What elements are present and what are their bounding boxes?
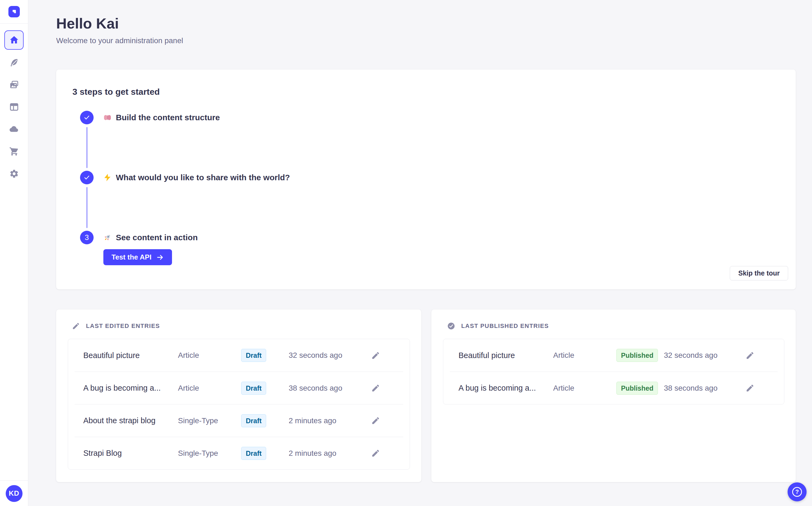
brain-emoji [103, 113, 111, 121]
last-edited-header: LAST EDITED ENTRIES [68, 322, 410, 330]
pencil-icon [72, 322, 80, 330]
table-row[interactable]: A bug is becoming a... Article Draft 38 … [75, 371, 403, 404]
status-badge: Draft [241, 349, 266, 362]
sidebar-nav-icons [9, 57, 19, 179]
entry-type: Single-Type [178, 416, 241, 425]
entry-status: Draft [241, 349, 289, 362]
question-icon: ? [792, 487, 802, 497]
step-1-label[interactable]: Build the content structure [103, 111, 220, 124]
entry-title: Beautiful picture [83, 351, 178, 360]
step-3-rail: 3 [80, 231, 94, 265]
check-icon [84, 114, 90, 121]
entry-status: Published [616, 382, 664, 395]
step-2-text: What would you like to share with the wo… [116, 173, 290, 182]
step-connector-line [87, 187, 87, 228]
test-api-button[interactable]: Test the API [103, 249, 172, 265]
check-circle-icon [447, 322, 455, 330]
sidebar-footer: KD [0, 481, 28, 506]
last-edited-card: LAST EDITED ENTRIES Beautiful picture Ar… [56, 310, 421, 482]
page-title: Hello Kai [56, 15, 796, 32]
entry-type: Article [553, 351, 616, 360]
entry-time: 2 minutes ago [289, 449, 370, 458]
pencil-icon [371, 416, 380, 425]
onboarding-card: 3 steps to get started [56, 70, 796, 289]
status-badge: Draft [241, 382, 266, 395]
entry-status: Draft [241, 414, 289, 427]
edit-entry-button[interactable] [744, 383, 755, 394]
onboarding-step-2: What would you like to share with the wo… [73, 171, 780, 231]
sidebar-item-marketplace[interactable] [9, 146, 19, 157]
edit-entry-button[interactable] [370, 350, 381, 361]
help-button[interactable]: ? [788, 482, 807, 501]
layout-icon [9, 102, 19, 112]
step-1-done-circle [80, 111, 94, 124]
entry-type: Single-Type [178, 449, 241, 458]
edit-entry-button[interactable] [370, 415, 381, 426]
entry-type: Article [178, 384, 241, 393]
edit-entry-button[interactable] [370, 383, 381, 394]
check-icon [84, 174, 90, 181]
last-published-header: LAST PUBLISHED ENTRIES [443, 322, 784, 330]
entry-time: 2 minutes ago [289, 416, 370, 425]
last-edited-title: LAST EDITED ENTRIES [86, 323, 160, 330]
entry-title: About the strapi blog [83, 416, 178, 425]
edit-entry-button[interactable] [370, 448, 381, 459]
strapi-logo[interactable] [8, 6, 20, 17]
step-1-text: Build the content structure [116, 113, 220, 122]
images-icon [9, 80, 19, 90]
skip-tour-button[interactable]: Skip the tour [730, 266, 788, 280]
user-avatar[interactable]: KD [6, 485, 22, 502]
quill-icon [9, 58, 19, 67]
edit-entry-button[interactable] [744, 350, 755, 361]
sidebar-item-cloud[interactable] [9, 124, 19, 135]
pencil-icon [371, 449, 380, 458]
sidebar-item-settings[interactable] [9, 168, 19, 179]
last-published-title: LAST PUBLISHED ENTRIES [461, 323, 549, 330]
entry-type: Article [178, 351, 241, 360]
status-badge: Published [616, 382, 658, 395]
entry-time: 32 seconds ago [664, 351, 744, 360]
main-content: Hello Kai Welcome to your administration… [28, 0, 812, 506]
entry-time: 38 seconds ago [664, 384, 744, 393]
table-row[interactable]: A bug is becoming a... Article Published… [450, 371, 778, 404]
sidebar-item-content-manager[interactable] [9, 57, 19, 68]
step-3-number-circle: 3 [80, 231, 94, 244]
strapi-logo-icon [11, 8, 18, 15]
entry-title: A bug is becoming a... [83, 384, 178, 393]
pencil-icon [371, 351, 380, 360]
table-row[interactable]: Beautiful picture Article Draft 32 secon… [75, 339, 403, 371]
step-1-rail [80, 111, 94, 171]
entry-status: Draft [241, 447, 289, 460]
sidebar-item-media-library[interactable] [9, 79, 19, 90]
step-2-rail [80, 171, 94, 231]
entry-time: 38 seconds ago [289, 384, 370, 393]
last-published-card: LAST PUBLISHED ENTRIES Beautiful picture… [431, 310, 796, 482]
entry-title: Beautiful picture [459, 351, 553, 360]
pencil-icon [745, 384, 754, 393]
step-3-text: See content in action [116, 233, 198, 242]
cloud-icon [9, 124, 19, 134]
step-connector-line [87, 127, 87, 168]
table-row[interactable]: Beautiful picture Article Published 32 s… [450, 339, 778, 371]
cart-icon [9, 147, 19, 156]
entry-type: Article [553, 384, 616, 393]
step-2-label[interactable]: What would you like to share with the wo… [103, 171, 290, 184]
table-row[interactable]: Strapi Blog Single-Type Draft 2 minutes … [75, 437, 403, 469]
pencil-icon [371, 384, 380, 393]
table-row[interactable]: About the strapi blog Single-Type Draft … [75, 404, 403, 437]
sidebar: KD [0, 0, 28, 506]
onboarding-step-3: 3 See content in a [73, 231, 780, 265]
status-badge: Published [616, 349, 658, 362]
last-edited-table: Beautiful picture Article Draft 32 secon… [68, 339, 410, 470]
onboarding-step-1: Build the content structure [73, 111, 780, 171]
step-3-label[interactable]: See content in action [103, 231, 198, 244]
test-api-label: Test the API [111, 253, 151, 261]
entries-section: LAST EDITED ENTRIES Beautiful picture Ar… [56, 310, 796, 482]
sidebar-item-content-type-builder[interactable] [9, 101, 19, 112]
sidebar-item-home[interactable] [4, 30, 24, 50]
sidebar-nav [0, 24, 28, 481]
onboarding-title: 3 steps to get started [73, 87, 780, 97]
pencil-icon [745, 351, 754, 360]
step-2-done-circle [80, 171, 94, 184]
admin-dashboard: KD Hello Kai Welcome to your administrat… [0, 0, 812, 506]
